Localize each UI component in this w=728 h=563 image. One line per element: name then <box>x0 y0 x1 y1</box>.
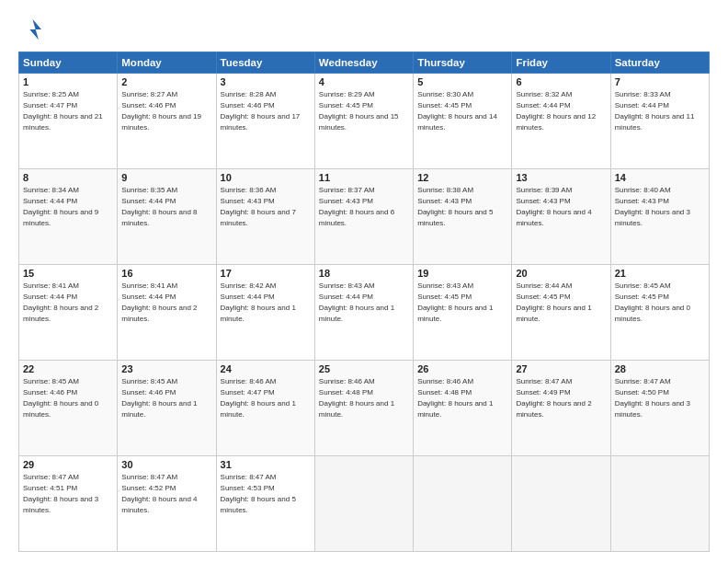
day-info: Sunrise: 8:34 AMSunset: 4:44 PMDaylight:… <box>23 186 98 227</box>
day-number: 22 <box>23 363 113 374</box>
day-info: Sunrise: 8:43 AMSunset: 4:45 PMDaylight:… <box>417 282 493 323</box>
day-info: Sunrise: 8:46 AMSunset: 4:47 PMDaylight:… <box>221 377 296 419</box>
day-info: Sunrise: 8:44 AMSunset: 4:45 PMDaylight:… <box>516 282 591 323</box>
day-info: Sunrise: 8:45 AMSunset: 4:46 PMDaylight:… <box>121 377 197 419</box>
day-info: Sunrise: 8:47 AMSunset: 4:51 PMDaylight:… <box>23 473 98 514</box>
day-cell-10: 10Sunrise: 8:36 AMSunset: 4:43 PMDayligh… <box>216 169 314 265</box>
day-number: 26 <box>417 363 507 374</box>
logo <box>18 17 48 42</box>
day-cell-12: 12Sunrise: 8:38 AMSunset: 4:43 PMDayligh… <box>414 169 512 265</box>
calendar-week-5: 29Sunrise: 8:47 AMSunset: 4:51 PMDayligh… <box>19 456 710 552</box>
day-info: Sunrise: 8:41 AMSunset: 4:44 PMDaylight:… <box>121 282 197 323</box>
day-number: 1 <box>23 76 113 87</box>
day-cell-9: 9Sunrise: 8:35 AMSunset: 4:44 PMDaylight… <box>118 169 216 265</box>
day-info: Sunrise: 8:43 AMSunset: 4:44 PMDaylight:… <box>319 282 394 323</box>
day-info: Sunrise: 8:29 AMSunset: 4:45 PMDaylight:… <box>319 90 399 132</box>
day-cell-21: 21Sunrise: 8:45 AMSunset: 4:45 PMDayligh… <box>610 265 709 361</box>
calendar-week-1: 1Sunrise: 8:25 AMSunset: 4:47 PMDaylight… <box>19 74 710 169</box>
day-info: Sunrise: 8:45 AMSunset: 4:45 PMDaylight:… <box>615 282 690 323</box>
day-info: Sunrise: 8:38 AMSunset: 4:43 PMDaylight:… <box>417 186 493 227</box>
day-cell-24: 24Sunrise: 8:46 AMSunset: 4:47 PMDayligh… <box>216 361 314 456</box>
day-cell-15: 15Sunrise: 8:41 AMSunset: 4:44 PMDayligh… <box>19 265 118 361</box>
calendar-week-3: 15Sunrise: 8:41 AMSunset: 4:44 PMDayligh… <box>19 265 710 361</box>
day-cell-1: 1Sunrise: 8:25 AMSunset: 4:47 PMDaylight… <box>19 74 118 169</box>
empty-cell <box>414 456 512 552</box>
day-number: 11 <box>319 172 409 183</box>
day-header-friday: Friday <box>512 52 610 74</box>
day-header-monday: Monday <box>118 52 216 74</box>
day-cell-18: 18Sunrise: 8:43 AMSunset: 4:44 PMDayligh… <box>314 265 413 361</box>
calendar-week-4: 22Sunrise: 8:45 AMSunset: 4:46 PMDayligh… <box>19 361 710 456</box>
day-number: 9 <box>121 172 211 183</box>
day-number: 14 <box>615 172 705 183</box>
day-cell-28: 28Sunrise: 8:47 AMSunset: 4:50 PMDayligh… <box>610 361 709 456</box>
day-number: 29 <box>23 459 113 470</box>
day-info: Sunrise: 8:30 AMSunset: 4:45 PMDaylight:… <box>417 90 497 132</box>
empty-cell <box>314 456 413 552</box>
day-header-thursday: Thursday <box>414 52 512 74</box>
day-number: 16 <box>121 268 211 279</box>
day-cell-16: 16Sunrise: 8:41 AMSunset: 4:44 PMDayligh… <box>118 265 216 361</box>
day-number: 18 <box>319 268 409 279</box>
day-info: Sunrise: 8:46 AMSunset: 4:48 PMDaylight:… <box>417 377 493 419</box>
day-number: 15 <box>23 268 113 279</box>
day-info: Sunrise: 8:37 AMSunset: 4:43 PMDaylight:… <box>319 186 394 227</box>
day-info: Sunrise: 8:28 AMSunset: 4:46 PMDaylight:… <box>221 90 301 132</box>
day-number: 3 <box>221 76 311 87</box>
day-number: 7 <box>615 76 705 87</box>
day-number: 4 <box>319 76 409 87</box>
day-info: Sunrise: 8:46 AMSunset: 4:48 PMDaylight:… <box>319 377 394 419</box>
calendar-page: SundayMondayTuesdayWednesdayThursdayFrid… <box>0 0 728 563</box>
day-info: Sunrise: 8:35 AMSunset: 4:44 PMDaylight:… <box>121 186 197 227</box>
day-cell-5: 5Sunrise: 8:30 AMSunset: 4:45 PMDaylight… <box>414 74 512 169</box>
day-number: 8 <box>23 172 113 183</box>
day-info: Sunrise: 8:40 AMSunset: 4:43 PMDaylight:… <box>615 186 690 227</box>
svg-marker-1 <box>29 19 40 40</box>
day-number: 24 <box>221 363 311 374</box>
day-cell-30: 30Sunrise: 8:47 AMSunset: 4:52 PMDayligh… <box>118 456 216 552</box>
day-cell-2: 2Sunrise: 8:27 AMSunset: 4:46 PMDaylight… <box>118 74 216 169</box>
day-info: Sunrise: 8:47 AMSunset: 4:53 PMDaylight:… <box>221 473 296 514</box>
day-cell-3: 3Sunrise: 8:28 AMSunset: 4:46 PMDaylight… <box>216 74 314 169</box>
day-cell-25: 25Sunrise: 8:46 AMSunset: 4:48 PMDayligh… <box>314 361 413 456</box>
day-cell-17: 17Sunrise: 8:42 AMSunset: 4:44 PMDayligh… <box>216 265 314 361</box>
day-number: 23 <box>121 363 211 374</box>
day-cell-27: 27Sunrise: 8:47 AMSunset: 4:49 PMDayligh… <box>512 361 610 456</box>
day-number: 31 <box>221 459 311 470</box>
day-number: 6 <box>516 76 606 87</box>
day-cell-23: 23Sunrise: 8:45 AMSunset: 4:46 PMDayligh… <box>118 361 216 456</box>
day-number: 30 <box>121 459 211 470</box>
day-cell-20: 20Sunrise: 8:44 AMSunset: 4:45 PMDayligh… <box>512 265 610 361</box>
day-cell-29: 29Sunrise: 8:47 AMSunset: 4:51 PMDayligh… <box>19 456 118 552</box>
day-info: Sunrise: 8:39 AMSunset: 4:43 PMDaylight:… <box>516 186 591 227</box>
calendar-table: SundayMondayTuesdayWednesdayThursdayFrid… <box>18 52 710 552</box>
day-number: 21 <box>615 268 705 279</box>
day-info: Sunrise: 8:47 AMSunset: 4:49 PMDaylight:… <box>516 377 591 419</box>
day-cell-8: 8Sunrise: 8:34 AMSunset: 4:44 PMDaylight… <box>19 169 118 265</box>
day-cell-6: 6Sunrise: 8:32 AMSunset: 4:44 PMDaylight… <box>512 74 610 169</box>
day-info: Sunrise: 8:47 AMSunset: 4:52 PMDaylight:… <box>121 473 197 514</box>
day-header-wednesday: Wednesday <box>314 52 413 74</box>
day-info: Sunrise: 8:33 AMSunset: 4:44 PMDaylight:… <box>615 90 695 132</box>
day-cell-11: 11Sunrise: 8:37 AMSunset: 4:43 PMDayligh… <box>314 169 413 265</box>
day-cell-13: 13Sunrise: 8:39 AMSunset: 4:43 PMDayligh… <box>512 169 610 265</box>
day-number: 10 <box>221 172 311 183</box>
day-info: Sunrise: 8:41 AMSunset: 4:44 PMDaylight:… <box>23 282 98 323</box>
day-number: 17 <box>221 268 311 279</box>
day-info: Sunrise: 8:32 AMSunset: 4:44 PMDaylight:… <box>516 90 596 132</box>
day-number: 25 <box>319 363 409 374</box>
empty-cell <box>610 456 709 552</box>
day-number: 5 <box>417 76 507 87</box>
empty-cell <box>512 456 610 552</box>
day-number: 20 <box>516 268 606 279</box>
day-info: Sunrise: 8:45 AMSunset: 4:46 PMDaylight:… <box>23 377 98 419</box>
logo-icon <box>18 17 44 42</box>
day-number: 28 <box>615 363 705 374</box>
calendar-week-2: 8Sunrise: 8:34 AMSunset: 4:44 PMDaylight… <box>19 169 710 265</box>
day-info: Sunrise: 8:36 AMSunset: 4:43 PMDaylight:… <box>221 186 296 227</box>
calendar-header-row: SundayMondayTuesdayWednesdayThursdayFrid… <box>19 52 710 74</box>
day-info: Sunrise: 8:42 AMSunset: 4:44 PMDaylight:… <box>221 282 296 323</box>
day-info: Sunrise: 8:47 AMSunset: 4:50 PMDaylight:… <box>615 377 690 419</box>
header <box>18 17 710 42</box>
day-info: Sunrise: 8:27 AMSunset: 4:46 PMDaylight:… <box>121 90 201 132</box>
